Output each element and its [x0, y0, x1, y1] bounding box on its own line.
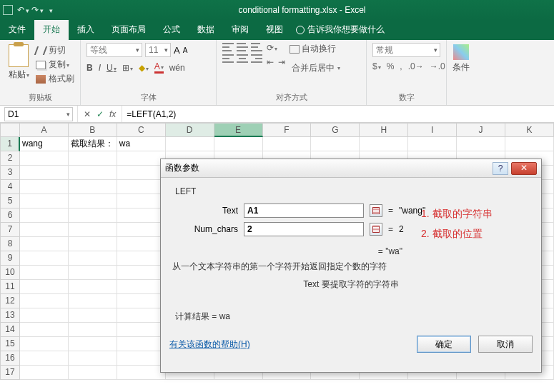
- tab-home[interactable]: 开始: [34, 20, 69, 40]
- cell[interactable]: [117, 208, 166, 223]
- cell[interactable]: [69, 351, 117, 366]
- cell[interactable]: [69, 337, 117, 351]
- row-header[interactable]: 10: [0, 266, 20, 280]
- percent-button[interactable]: %: [387, 61, 395, 71]
- cell[interactable]: [117, 323, 166, 337]
- col-header-I[interactable]: I: [408, 123, 457, 137]
- cell[interactable]: [360, 137, 408, 151]
- cell[interactable]: [117, 223, 166, 237]
- merge-center-button[interactable]: 合并后居中: [290, 62, 340, 74]
- cell[interactable]: [20, 194, 69, 208]
- row-header[interactable]: 1: [0, 137, 20, 151]
- cell[interactable]: [69, 237, 117, 251]
- align-top-icon[interactable]: [222, 43, 234, 51]
- fx-icon[interactable]: fx: [109, 109, 116, 119]
- function-help-link[interactable]: 有关该函数的帮助(H): [169, 338, 410, 351]
- cell[interactable]: [20, 237, 69, 251]
- cell[interactable]: [117, 308, 166, 323]
- cell[interactable]: 截取结果：: [69, 137, 117, 151]
- tab-review[interactable]: 审阅: [223, 20, 257, 40]
- tab-formulas[interactable]: 公式: [154, 20, 189, 40]
- cell[interactable]: [69, 194, 117, 208]
- row-header[interactable]: 11: [0, 280, 20, 294]
- cell[interactable]: wang: [20, 137, 69, 151]
- col-header-D[interactable]: D: [166, 123, 214, 137]
- tab-file[interactable]: 文件: [0, 20, 34, 40]
- cell[interactable]: [311, 137, 360, 151]
- cell[interactable]: [20, 151, 69, 166]
- tab-insert[interactable]: 插入: [69, 20, 103, 40]
- cell[interactable]: [20, 166, 69, 180]
- range-selector-icon[interactable]: [370, 223, 382, 236]
- cell[interactable]: [117, 166, 166, 180]
- bold-button[interactable]: B: [86, 63, 93, 73]
- col-header-F[interactable]: F: [263, 123, 312, 137]
- row-header[interactable]: 2: [0, 151, 20, 166]
- font-size-combo[interactable]: 11: [145, 43, 171, 57]
- cell[interactable]: [117, 237, 166, 251]
- row-header[interactable]: 9: [0, 251, 20, 266]
- formula-input[interactable]: =LEFT(A1,2): [122, 109, 554, 119]
- cell[interactable]: [20, 266, 69, 280]
- row-header[interactable]: 12: [0, 294, 20, 308]
- align-center-icon[interactable]: [237, 54, 248, 63]
- cell[interactable]: wa: [117, 137, 166, 151]
- cell[interactable]: [20, 366, 69, 380]
- cell[interactable]: [69, 208, 117, 223]
- row-header[interactable]: 13: [0, 308, 20, 323]
- row-header[interactable]: 3: [0, 166, 20, 180]
- cell[interactable]: [20, 323, 69, 337]
- cell[interactable]: [457, 137, 505, 151]
- underline-button[interactable]: U: [107, 63, 117, 73]
- font-color-button[interactable]: A: [154, 61, 164, 74]
- accounting-button[interactable]: $: [372, 61, 381, 71]
- align-middle-icon[interactable]: [237, 43, 248, 51]
- align-left-icon[interactable]: [222, 54, 234, 63]
- cell[interactable]: [117, 180, 166, 194]
- indent-right-icon[interactable]: ⇥: [278, 57, 285, 67]
- decrease-decimal-icon[interactable]: →.0: [430, 61, 445, 71]
- cell[interactable]: [117, 266, 166, 280]
- redo-icon[interactable]: ↷: [31, 5, 44, 15]
- font-family-combo[interactable]: 等线: [86, 43, 142, 57]
- cell[interactable]: [69, 166, 117, 180]
- row-header[interactable]: 5: [0, 194, 20, 208]
- row-header[interactable]: 7: [0, 223, 20, 237]
- orientation-button[interactable]: ⟳: [267, 43, 285, 53]
- cell[interactable]: [117, 351, 166, 366]
- cell[interactable]: [69, 180, 117, 194]
- indent-left-icon[interactable]: ⇤: [267, 57, 274, 67]
- col-header-E[interactable]: E: [214, 123, 263, 137]
- row-header[interactable]: 14: [0, 323, 20, 337]
- cell[interactable]: [69, 366, 117, 380]
- tab-data[interactable]: 数据: [189, 20, 223, 40]
- cancel-formula-icon[interactable]: ✕: [84, 109, 91, 119]
- cell[interactable]: [117, 337, 166, 351]
- cut-button[interactable]: 剪切: [36, 44, 74, 56]
- shrink-font-icon[interactable]: A: [183, 46, 188, 54]
- save-icon[interactable]: [3, 5, 13, 15]
- cell[interactable]: [117, 251, 166, 266]
- col-header-J[interactable]: J: [457, 123, 505, 137]
- cell[interactable]: [20, 223, 69, 237]
- cell[interactable]: [117, 194, 166, 208]
- align-right-icon[interactable]: [251, 54, 262, 63]
- number-format-combo[interactable]: 常规: [372, 43, 440, 57]
- cell[interactable]: [69, 223, 117, 237]
- cell[interactable]: [20, 294, 69, 308]
- cell[interactable]: [117, 151, 166, 166]
- cell[interactable]: [69, 151, 117, 166]
- cell[interactable]: [20, 280, 69, 294]
- cell[interactable]: [408, 137, 457, 151]
- format-painter-button[interactable]: 格式刷: [36, 73, 74, 85]
- cell[interactable]: [214, 137, 263, 151]
- select-all-corner[interactable]: [0, 123, 20, 137]
- align-bottom-icon[interactable]: [251, 43, 262, 51]
- cell[interactable]: [20, 251, 69, 266]
- range-selector-icon[interactable]: [370, 204, 382, 217]
- qat-customize-icon[interactable]: [48, 5, 53, 15]
- cell[interactable]: [69, 251, 117, 266]
- cell[interactable]: [20, 351, 69, 366]
- arg-input-text[interactable]: [244, 203, 364, 218]
- tab-layout[interactable]: 页面布局: [103, 20, 154, 40]
